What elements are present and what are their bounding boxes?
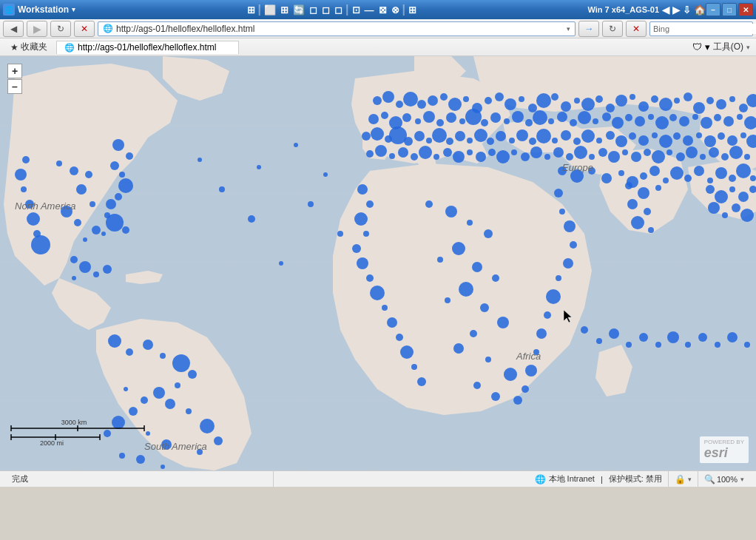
minimize-button[interactable]: – [706, 3, 720, 16]
svg-point-217 [618, 170, 624, 176]
maximize-button[interactable]: □ [722, 3, 737, 16]
toolbar-icon-12[interactable]: ⊞ [408, 4, 416, 16]
svg-point-91 [595, 95, 603, 103]
status-bar: 完成 🌐 本地 Intranet | 保护模式: 禁用 🔒 ▾ 🔍 100% ▾ [0, 470, 756, 487]
toolbar-icon-1[interactable]: ⊞ [247, 4, 255, 16]
svg-point-197 [574, 146, 587, 159]
svg-point-48 [108, 334, 121, 348]
svg-point-239 [387, 317, 397, 328]
svg-point-266 [445, 297, 450, 303]
nav-icon-3[interactable]: ⇩ [683, 4, 691, 16]
svg-point-28 [15, 169, 27, 180]
svg-point-169 [659, 135, 672, 148]
refresh-button[interactable]: ↻ [50, 21, 71, 37]
svg-point-302 [609, 328, 619, 339]
toolbar-icon-10[interactable]: ⊠ [379, 4, 387, 16]
address-icon: 🌐 [103, 24, 113, 33]
zoom-dropdown[interactable]: ▾ [740, 476, 744, 483]
svg-point-161 [573, 138, 581, 145]
svg-point-20 [118, 178, 133, 193]
svg-point-232 [354, 212, 368, 226]
toolbar-icon-9[interactable]: — [365, 4, 374, 16]
svg-point-18 [110, 161, 119, 170]
nav-icon-4[interactable]: 🏠 [694, 4, 706, 16]
svg-point-113 [446, 112, 456, 123]
toolbar-icon-6[interactable]: ◻ [322, 4, 330, 16]
address-go-button[interactable]: → [578, 21, 599, 37]
svg-point-104 [739, 104, 748, 112]
svg-point-212 [744, 154, 750, 160]
refresh-page-button[interactable]: ↻ [602, 21, 623, 37]
svg-point-77 [440, 93, 448, 101]
svg-point-304 [639, 333, 648, 342]
address-bar[interactable]: 🌐 http://ags-01/helloflex/helloflex.html… [98, 21, 576, 36]
address-bar-row: ◀ ▶ ↻ ✕ 🌐 http://ags-01/helloflex/hellof… [0, 19, 756, 38]
svg-point-21 [115, 193, 122, 200]
tools-button[interactable]: 工具(O) [713, 41, 743, 53]
svg-point-33 [31, 235, 50, 254]
search-bar[interactable]: Bing 🔍 [649, 21, 753, 36]
svg-point-118 [504, 118, 510, 124]
toolbar-icon-2[interactable]: ⬜ [264, 4, 276, 16]
svg-point-98 [674, 98, 680, 104]
svg-point-146 [414, 131, 425, 141]
svg-point-137 [714, 114, 721, 121]
search-input[interactable] [672, 24, 756, 34]
nav-icon-2[interactable]: ▶ [672, 4, 680, 16]
svg-point-131 [648, 114, 654, 120]
toolbar-icon-5[interactable]: ◻ [309, 4, 317, 16]
svg-point-96 [651, 95, 658, 103]
tools-arrow[interactable]: ▾ [746, 44, 750, 51]
window-controls[interactable]: – □ ✕ [706, 3, 753, 16]
svg-point-165 [615, 135, 627, 147]
toolbar-icon-11[interactable]: ⊗ [391, 4, 399, 16]
svg-point-271 [485, 357, 491, 362]
stop-page-button[interactable]: ✕ [626, 21, 647, 37]
powered-by-text: POWERED BY [704, 439, 744, 445]
svg-point-121 [533, 110, 547, 125]
nav-icon-1[interactable]: ◀ [662, 4, 669, 16]
svg-point-35 [70, 166, 78, 175]
svg-point-226 [715, 167, 727, 179]
svg-point-122 [548, 118, 554, 124]
svg-point-17 [126, 152, 133, 160]
security-dropdown[interactable]: ▾ [688, 476, 692, 483]
forward-button[interactable]: ▶ [27, 21, 47, 37]
svg-point-24 [106, 214, 124, 232]
toolbar-icon-7[interactable]: ◻ [334, 4, 342, 16]
address-dropdown[interactable]: ▾ [567, 25, 570, 33]
svg-point-171 [683, 135, 693, 146]
zoom-out-button[interactable]: – [7, 79, 22, 94]
back-button[interactable]: ◀ [3, 21, 24, 37]
svg-point-72 [382, 91, 394, 103]
svg-point-230 [357, 184, 368, 195]
svg-point-95 [638, 101, 649, 112]
svg-point-82 [495, 92, 504, 101]
svg-point-142 [371, 127, 384, 141]
toolbar-icon-8[interactable]: ⊡ [352, 4, 360, 16]
system-info: Win 7 x64_AGS-01 [588, 5, 660, 14]
svg-point-154 [496, 131, 506, 141]
favorites-label: 收藏夹 [21, 41, 47, 53]
close-button[interactable]: ✕ [738, 3, 753, 16]
svg-point-188 [476, 152, 486, 162]
svg-point-194 [544, 154, 550, 160]
svg-point-265 [459, 282, 473, 297]
toolbar-icon-3[interactable]: ⊞ [280, 4, 288, 16]
svg-point-252 [536, 328, 547, 339]
svg-point-311 [744, 342, 750, 348]
svg-point-34 [56, 161, 62, 166]
favorites-folder[interactable]: ★ 收藏夹 [6, 39, 52, 55]
svg-point-207 [686, 146, 698, 158]
stop-button[interactable]: ✕ [74, 21, 95, 37]
svg-point-204 [652, 150, 665, 163]
active-tab[interactable]: 🌐 http://ags-01/helloflex/helloflex.html [56, 41, 239, 54]
svg-point-258 [445, 206, 457, 217]
toolbar-icon-4[interactable]: 🔄 [293, 4, 305, 16]
svg-point-190 [496, 150, 510, 163]
map-container[interactable]: North America South America Europe Afric… [0, 56, 756, 470]
tools-dropdown[interactable]: ▾ [705, 41, 710, 53]
svg-point-30 [25, 200, 34, 209]
zoom-in-button[interactable]: + [7, 64, 22, 78]
security-icon: 🛡 [692, 41, 702, 53]
